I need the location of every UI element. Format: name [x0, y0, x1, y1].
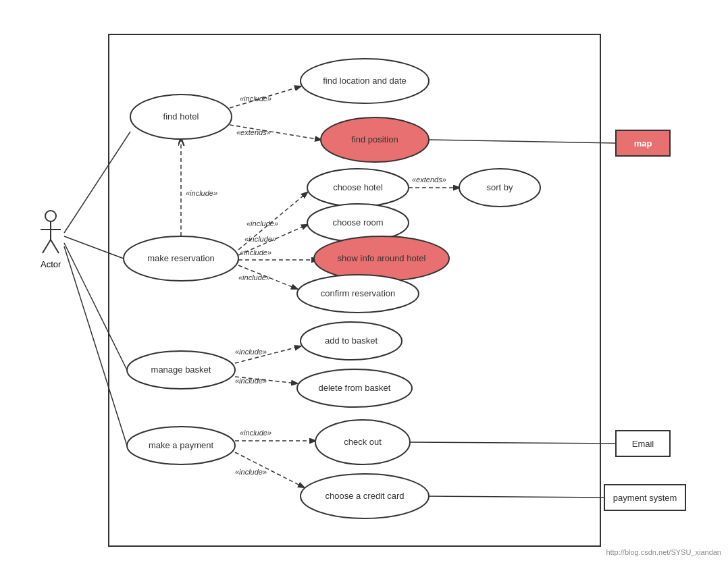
watermark: http://blog.csdn.net/SYSU_xiandan	[606, 548, 721, 556]
svg-rect-68	[616, 431, 670, 456]
svg-text:payment system: payment system	[613, 493, 677, 503]
actor: Actor	[41, 209, 61, 269]
svg-text:map: map	[634, 138, 652, 149]
diagram-border	[108, 34, 601, 547]
svg-rect-66	[616, 130, 670, 156]
svg-rect-70	[604, 485, 685, 510]
svg-point-0	[45, 211, 56, 221]
page: Actor «include» «extends» «include»	[0, 0, 728, 563]
svg-line-4	[51, 240, 59, 253]
svg-text:Email: Email	[632, 439, 654, 449]
svg-line-3	[43, 240, 51, 253]
actor-label: Actor	[41, 259, 61, 269]
actor-icon	[41, 209, 61, 257]
